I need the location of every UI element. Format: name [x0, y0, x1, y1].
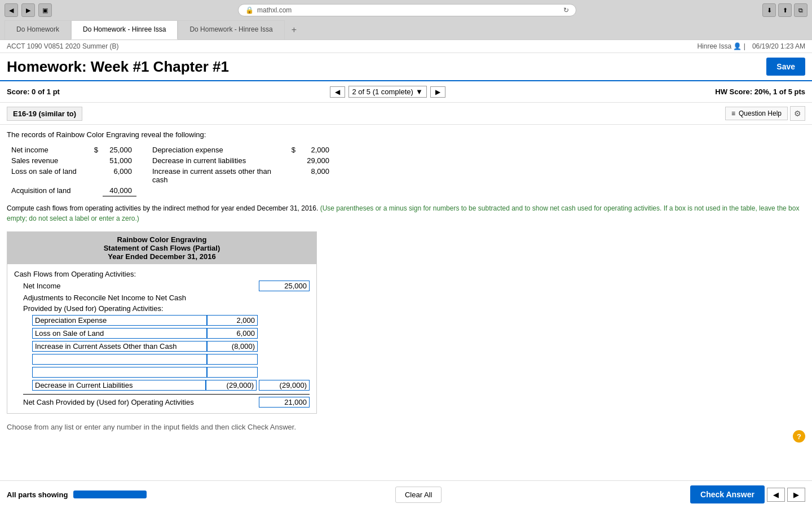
line5-label-input[interactable]	[32, 367, 207, 378]
tab-do-homework-hinree-active[interactable]: Do Homework - Hinree Issa	[71, 20, 178, 40]
adj-label-row: Adjustments to Reconcile Net Income to N…	[23, 292, 310, 303]
table-row: Net income $ 25,000 Depreciation expense…	[7, 144, 334, 155]
net-cash-input[interactable]	[259, 397, 310, 408]
question-id-tab: E16-19 (similar to)	[7, 107, 82, 121]
header-right: Hinree Issa 👤 | 06/19/20 1:23 AM	[697, 42, 805, 50]
provided-label: Provided by (Used for) Operating Activit…	[23, 304, 310, 313]
line6-label-input[interactable]	[32, 380, 206, 391]
browser-right-buttons: ⬇ ⬆ ⧉	[762, 3, 807, 17]
help-circle-icon[interactable]: ?	[793, 430, 805, 443]
line4-row	[32, 353, 310, 366]
net-cash-row: Net Cash Provided by (Used for) Operatin…	[23, 394, 310, 409]
list-icon: ≡	[731, 110, 735, 117]
provided-label-row: Provided by (Used for) Operating Activit…	[23, 303, 310, 314]
refresh-icon[interactable]: ↻	[563, 6, 569, 14]
table-row: Acquisition of land 40,000	[7, 185, 334, 196]
line1-value-input[interactable]	[207, 315, 258, 326]
fullscreen-button[interactable]: ⧉	[794, 3, 807, 17]
line2-value-input[interactable]	[207, 328, 258, 339]
address-text: mathxl.com	[257, 6, 292, 14]
browser-chrome: ◀ ▶ ▣ 🔒 mathxl.com ↻ ⬇ ⬆ ⧉ Do Homework D…	[0, 0, 812, 40]
statement-body: Cash Flows from Operating Activities: Ne…	[7, 264, 316, 413]
line3-label-input[interactable]	[32, 341, 207, 352]
line2-label-input[interactable]	[32, 328, 207, 339]
table-row: Sales revenue 51,000 Decrease in current…	[7, 155, 334, 166]
score-label: Score: 0 of 1 pt	[7, 87, 60, 96]
line3-value-input[interactable]	[207, 341, 258, 352]
question-header: E16-19 (similar to) ≡ Question Help ⚙	[0, 103, 812, 125]
line5-value-input[interactable]	[207, 367, 258, 378]
cell-net-income-label: Net income	[7, 144, 86, 155]
score-nav: ◀ 2 of 5 (1 complete) ▼ ▶	[330, 86, 445, 98]
save-button[interactable]: Save	[766, 58, 805, 76]
intro-text: The records of Rainbow Color Engraving r…	[7, 130, 805, 139]
browser-toolbar: ◀ ▶ ▣ 🔒 mathxl.com ↻ ⬇ ⬆ ⧉	[0, 0, 812, 20]
question-help-label: Question Help	[739, 110, 782, 117]
instructions-main: Compute cash flows from operating activi…	[7, 204, 318, 212]
net-income-label: Net Income	[23, 282, 259, 290]
user-label: Hinree Issa 👤 |	[697, 42, 745, 50]
statement-header: Rainbow Color Engraving Statement of Cas…	[7, 232, 316, 264]
settings-gear-icon[interactable]: ⚙	[790, 106, 805, 121]
statement-title: Statement of Cash Flows (Partial)	[11, 244, 313, 252]
line4-label-input[interactable]	[32, 354, 207, 365]
cf-section-label: Cash Flows from Operating Activities:	[14, 270, 310, 278]
line1-row	[32, 314, 310, 327]
line1-label-input[interactable]	[32, 315, 207, 326]
line6-total-input[interactable]	[259, 380, 310, 391]
prev-question-button[interactable]: ◀	[330, 86, 345, 98]
share-button[interactable]: ⬆	[778, 3, 792, 17]
next-question-button[interactable]: ▶	[430, 86, 445, 98]
statement-period: Year Ended December 31, 2016	[11, 252, 313, 261]
homework-title: Homework: Week #1 Chapter #1	[7, 58, 229, 76]
nav-text: 2 of 5 (1 complete)	[352, 87, 413, 96]
net-cash-label: Net Cash Provided by (Used for) Operatin…	[23, 398, 259, 406]
address-bar[interactable]: 🔒 mathxl.com ↻	[238, 4, 576, 16]
page-header: ACCT 1090 V0851 2020 Summer (B) Hinree I…	[0, 40, 812, 53]
line5-row	[32, 366, 310, 379]
lock-icon: 🔒	[245, 6, 254, 14]
browser-tabs: Do Homework Do Homework - Hinree Issa Do…	[0, 20, 812, 40]
statement-container: Rainbow Color Engraving Statement of Cas…	[7, 231, 317, 414]
line6-value-input[interactable]	[206, 380, 257, 391]
statement-company: Rainbow Color Engraving	[11, 235, 313, 244]
data-table: Net income $ 25,000 Depreciation expense…	[7, 144, 334, 196]
window-button[interactable]: ▣	[38, 3, 52, 17]
instructions-text: Compute cash flows from operating activi…	[7, 203, 805, 224]
tab-do-homework[interactable]: Do Homework	[5, 20, 71, 40]
hw-score-label: HW Score: 20%, 1 of 5 pts	[715, 87, 805, 96]
course-label: ACCT 1090 V0851 2020 Summer (B)	[7, 42, 119, 50]
homework-title-bar: Homework: Week #1 Chapter #1 Save	[0, 53, 812, 81]
net-income-input[interactable]	[259, 281, 310, 291]
line4-value-input[interactable]	[207, 354, 258, 365]
forward-button[interactable]: ▶	[21, 3, 35, 17]
question-help-button[interactable]: ≡ Question Help	[725, 107, 788, 120]
question-nav-dropdown[interactable]: 2 of 5 (1 complete) ▼	[348, 86, 427, 98]
datetime-label: 06/19/20 1:23 AM	[752, 42, 805, 50]
back-button[interactable]: ◀	[5, 3, 18, 17]
tab-add-button[interactable]: +	[285, 20, 303, 40]
net-income-row: Net Income	[23, 279, 310, 292]
download-button[interactable]: ⬇	[762, 3, 776, 17]
adj-label: Adjustments to Reconcile Net Income to N…	[23, 294, 310, 302]
check-instructions-text: Choose from any list or enter any number…	[7, 423, 805, 431]
tab-do-homework-hinree-2[interactable]: Do Homework - Hinree Issa	[178, 20, 284, 40]
cf-section-label-row: Cash Flows from Operating Activities:	[14, 269, 310, 279]
score-bar: Score: 0 of 1 pt ◀ 2 of 5 (1 complete) ▼…	[0, 81, 812, 103]
check-instructions-area: Choose from any list or enter any number…	[7, 423, 805, 431]
nav-dropdown-arrow: ▼	[416, 87, 423, 96]
line6-row	[32, 379, 310, 392]
question-content: The records of Rainbow Color Engraving r…	[0, 125, 812, 471]
line2-row	[32, 327, 310, 340]
table-row: Loss on sale of land 6,000 Increase in c…	[7, 166, 334, 185]
line3-row	[32, 340, 310, 353]
